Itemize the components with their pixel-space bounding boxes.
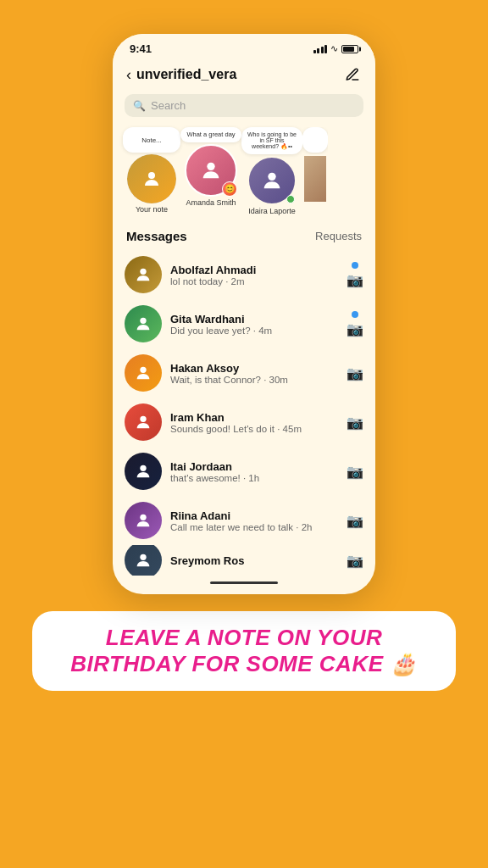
page-title: unverified_vera bbox=[136, 67, 236, 82]
search-icon: 🔍 bbox=[133, 100, 146, 112]
back-button[interactable]: ‹ bbox=[126, 66, 131, 84]
amanda-note-text: What a great day bbox=[186, 131, 235, 138]
signal-icon bbox=[313, 45, 328, 53]
sreymom-right: 📷 bbox=[347, 553, 363, 569]
hakan-preview: Wait, is that Connor? · 30m bbox=[170, 375, 338, 385]
svg-point-6 bbox=[140, 416, 146, 422]
svg-point-8 bbox=[140, 515, 146, 520]
your-note-name: Your note bbox=[136, 205, 168, 214]
idaira-name: Idaira Laporte bbox=[248, 207, 296, 215]
message-item-itai[interactable]: Itai Jordaan that's awesome! · 1h 📷 bbox=[113, 447, 375, 496]
hakan-camera-icon: 📷 bbox=[347, 365, 363, 381]
riina-right: 📷 bbox=[347, 513, 363, 529]
idaira-online-dot bbox=[286, 195, 295, 203]
message-list: Abolfazl Ahmadi lol not today · 2m 📷 Git… bbox=[113, 250, 375, 576]
header-left: ‹ unverified_vera bbox=[126, 66, 236, 84]
hakan-content: Hakan Aksoy Wait, is that Connor? · 30m bbox=[170, 362, 338, 385]
search-bar[interactable]: 🔍 Search bbox=[125, 94, 363, 117]
status-icons: ∿ bbox=[313, 43, 359, 54]
itai-preview: that's awesome! · 1h bbox=[170, 473, 338, 483]
hakan-name: Hakan Aksoy bbox=[170, 362, 338, 375]
status-bar: 9:41 ∿ bbox=[113, 34, 375, 60]
search-input[interactable]: Search bbox=[151, 99, 186, 112]
gita-right: 📷 bbox=[347, 311, 363, 337]
riina-name: Riina Adani bbox=[170, 509, 338, 522]
gita-content: Gita Wardhani Did you leave yet? · 4m bbox=[170, 313, 338, 336]
gita-unread-dot bbox=[352, 311, 358, 318]
itai-right: 📷 bbox=[347, 464, 363, 480]
amanda-badge: 😊 bbox=[222, 181, 237, 197]
riina-preview: Call me later we need to talk · 2h bbox=[170, 522, 338, 532]
message-item-iram[interactable]: Iram Khan Sounds good! Let's do it · 45m… bbox=[113, 398, 375, 447]
svg-point-5 bbox=[140, 367, 146, 373]
scroll-indicator bbox=[210, 581, 278, 584]
gita-name: Gita Wardhani bbox=[170, 313, 338, 326]
abolfazl-name: Abolfazl Ahmadi bbox=[170, 264, 338, 276]
story-item-idaira[interactable]: Who is going to be in SF this weekend? 🔥… bbox=[241, 127, 302, 215]
sreymom-avatar bbox=[125, 545, 162, 576]
your-note-label: Note... bbox=[141, 136, 162, 144]
son-avatar bbox=[302, 154, 328, 203]
svg-point-4 bbox=[140, 318, 146, 324]
idaira-note-text: Who is going to be in SF this weekend? 🔥… bbox=[247, 131, 297, 150]
status-time: 9:41 bbox=[130, 42, 152, 55]
iram-camera-icon: 📷 bbox=[347, 415, 363, 431]
iram-content: Iram Khan Sounds good! Let's do it · 45m bbox=[170, 411, 338, 434]
message-item-sreymom[interactable]: Sreymom Ros 📷 bbox=[113, 545, 375, 576]
amanda-avatar-wrapper: 😊 bbox=[185, 144, 237, 197]
your-note-avatar bbox=[127, 154, 176, 203]
sreymom-camera-icon: 📷 bbox=[347, 553, 363, 569]
banner-line1: LEAVE A NOTE ON YOUR bbox=[106, 625, 382, 650]
compose-button[interactable] bbox=[343, 65, 362, 84]
banner-text: LEAVE A NOTE ON YOUR BIRTHDAY FOR SOME C… bbox=[56, 625, 432, 677]
sreymom-content: Sreymom Ros bbox=[170, 554, 338, 567]
sreymom-name: Sreymom Ros bbox=[170, 554, 338, 567]
battery-icon bbox=[341, 45, 358, 53]
itai-content: Itai Jordaan that's awesome! · 1h bbox=[170, 460, 338, 483]
svg-point-1 bbox=[207, 162, 214, 170]
idaira-avatar-wrapper bbox=[247, 156, 297, 205]
messages-title: Messages bbox=[126, 229, 187, 243]
your-note-bubble: Note... bbox=[123, 127, 180, 153]
svg-point-9 bbox=[140, 554, 146, 560]
iram-right: 📷 bbox=[347, 415, 363, 431]
phone-frame: 9:41 ∿ ‹ unverified_vera bbox=[113, 34, 375, 594]
abolfazl-camera-icon: 📷 bbox=[347, 272, 363, 288]
story-item-your-note[interactable]: Note... Your note bbox=[123, 127, 180, 215]
message-item-abolfazl[interactable]: Abolfazl Ahmadi lol not today · 2m 📷 bbox=[113, 250, 375, 299]
story-item-amanda[interactable]: What a great day 😊 Amanda Smith bbox=[180, 127, 241, 215]
iram-name: Iram Khan bbox=[170, 411, 338, 424]
itai-name: Itai Jordaan bbox=[170, 460, 338, 473]
story-item-son[interactable] bbox=[302, 127, 328, 215]
messages-section: Messages Requests Abolfazl Ahmadi lol no… bbox=[113, 222, 375, 594]
hakan-avatar bbox=[125, 354, 162, 392]
son-note-bubble bbox=[302, 127, 328, 153]
gita-camera-icon: 📷 bbox=[347, 321, 363, 337]
bottom-banner: LEAVE A NOTE ON YOUR BIRTHDAY FOR SOME C… bbox=[32, 611, 456, 691]
svg-point-7 bbox=[140, 465, 146, 471]
svg-point-0 bbox=[148, 172, 155, 179]
gita-avatar bbox=[125, 305, 162, 342]
message-item-gita[interactable]: Gita Wardhani Did you leave yet? · 4m 📷 bbox=[113, 299, 375, 348]
amanda-note-bubble: What a great day bbox=[180, 127, 241, 142]
svg-point-3 bbox=[140, 269, 146, 275]
gita-preview: Did you leave yet? · 4m bbox=[170, 326, 338, 336]
hakan-right: 📷 bbox=[347, 365, 363, 381]
message-item-hakan[interactable]: Hakan Aksoy Wait, is that Connor? · 30m … bbox=[113, 348, 375, 398]
itai-camera-icon: 📷 bbox=[347, 464, 363, 480]
riina-avatar bbox=[125, 502, 162, 539]
wifi-icon: ∿ bbox=[330, 43, 338, 54]
stories-row: Note... Your note What a great day bbox=[113, 124, 375, 222]
riina-camera-icon: 📷 bbox=[347, 513, 363, 529]
riina-content: Riina Adani Call me later we need to tal… bbox=[170, 509, 338, 532]
abolfazl-right: 📷 bbox=[347, 262, 363, 288]
itai-avatar bbox=[125, 453, 162, 490]
abolfazl-avatar bbox=[125, 256, 162, 293]
requests-link[interactable]: Requests bbox=[315, 230, 362, 242]
abolfazl-content: Abolfazl Ahmadi lol not today · 2m bbox=[170, 264, 338, 287]
header: ‹ unverified_vera bbox=[113, 60, 375, 91]
message-item-riina[interactable]: Riina Adani Call me later we need to tal… bbox=[113, 496, 375, 545]
iram-avatar bbox=[125, 403, 162, 441]
amanda-name: Amanda Smith bbox=[186, 198, 236, 207]
abolfazl-unread-dot bbox=[352, 262, 358, 269]
